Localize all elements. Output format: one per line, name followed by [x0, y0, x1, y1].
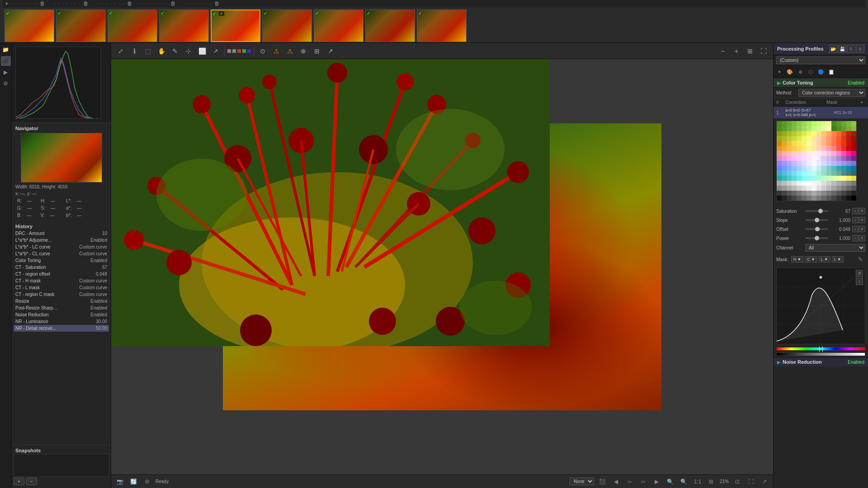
color-cell-6-9[interactable]	[821, 151, 826, 156]
color-cell-11-9[interactable]	[821, 176, 826, 181]
zoom-out-icon[interactable]: −	[717, 45, 729, 57]
color-cell-0-10[interactable]	[826, 121, 831, 126]
info-tool[interactable]: ℹ	[128, 45, 140, 57]
power-track[interactable]	[805, 237, 828, 239]
color-cell-2-14[interactable]	[846, 131, 851, 136]
color-cell-0-9[interactable]	[821, 121, 826, 126]
color-cell-5-4[interactable]	[797, 146, 802, 151]
color-cell-3-3[interactable]	[792, 136, 797, 141]
color-cell-9-2[interactable]	[787, 166, 792, 171]
color-cell-9-15[interactable]	[851, 166, 856, 171]
color-cell-15-15[interactable]	[851, 196, 856, 201]
color-cell-10-6[interactable]	[807, 171, 811, 176]
color-cell-15-10[interactable]	[826, 196, 831, 201]
color-cell-14-9[interactable]	[821, 191, 826, 196]
color-cell-3-15[interactable]	[851, 136, 856, 141]
color-cell-15-6[interactable]	[807, 196, 811, 201]
color-cell-0-3[interactable]	[792, 121, 797, 126]
panel-icon-lens[interactable]: 🔵	[816, 67, 826, 77]
color-cell-1-6[interactable]	[807, 126, 811, 131]
color-cell-12-11[interactable]	[831, 181, 836, 186]
color-cell-0-8[interactable]	[816, 121, 821, 126]
color-cell-7-12[interactable]	[836, 156, 841, 161]
color-cell-9-13[interactable]	[841, 166, 846, 171]
channel-select[interactable]: All R G B	[805, 244, 865, 252]
color-cell-5-11[interactable]	[831, 146, 836, 151]
color-cell-0-15[interactable]	[851, 121, 856, 126]
hand-tool[interactable]: ✋	[156, 45, 167, 57]
color-cell-6-5[interactable]	[802, 151, 807, 156]
color-cell-9-0[interactable]	[777, 166, 782, 171]
panel-icon-exposure[interactable]: ☀	[774, 67, 784, 77]
prefs-icon[interactable]: ⚙	[1, 79, 11, 89]
color-cell-7-2[interactable]	[787, 156, 792, 161]
slope-plus[interactable]: +	[859, 217, 865, 223]
color-cell-0-12[interactable]	[836, 121, 841, 126]
color-cell-14-0[interactable]	[777, 191, 782, 196]
zoom-in-btn[interactable]: 🔍	[679, 477, 689, 487]
color-cell-5-2[interactable]	[787, 146, 792, 151]
color-cell-4-15[interactable]	[851, 141, 856, 146]
color-cell-1-4[interactable]	[797, 126, 802, 131]
color-cell-6-14[interactable]	[846, 151, 851, 156]
spot-removal-tool[interactable]: ⊹	[183, 45, 194, 57]
color-cell-15-2[interactable]	[787, 196, 792, 201]
bottom-nav-2[interactable]: ◀	[611, 477, 621, 487]
color-cell-4-2[interactable]	[787, 141, 792, 146]
color-cell-10-5[interactable]	[802, 171, 807, 176]
bottom-tool-3[interactable]: ⚙	[142, 477, 152, 487]
color-cell-2-6[interactable]	[807, 131, 811, 136]
thumb-5[interactable]: ✓ ✓	[211, 9, 260, 42]
color-cell-2-5[interactable]	[802, 131, 807, 136]
add-snapshot-button[interactable]: +	[14, 478, 24, 485]
color-cell-5-10[interactable]	[826, 146, 831, 151]
color-cell-4-9[interactable]	[821, 141, 826, 146]
color-cell-14-13[interactable]	[841, 191, 846, 196]
color-cell-13-10[interactable]	[826, 186, 831, 191]
history-item-6[interactable]: CT - region offset 0.048	[14, 271, 109, 277]
color-cell-8-8[interactable]	[816, 161, 821, 166]
color-cell-4-7[interactable]	[811, 141, 816, 146]
color-cell-2-1[interactable]	[782, 131, 787, 136]
color-cell-7-0[interactable]	[777, 156, 782, 161]
color-cell-2-9[interactable]	[821, 131, 826, 136]
color-cell-4-0[interactable]	[777, 141, 782, 146]
channel-all[interactable]	[247, 49, 251, 53]
bottom-tool-2[interactable]: 🔄	[128, 477, 138, 487]
color-cell-8-7[interactable]	[811, 161, 816, 166]
color-cell-12-1[interactable]	[782, 181, 787, 186]
color-cell-7-10[interactable]	[826, 156, 831, 161]
color-cell-1-7[interactable]	[811, 126, 816, 131]
panel-icon-color[interactable]: 🎨	[785, 67, 795, 77]
bottom-nav-5[interactable]: ▶	[652, 477, 662, 487]
history-item-5[interactable]: CT - Saturation 67	[14, 264, 109, 271]
pp-save-icon[interactable]: 💾	[838, 45, 846, 53]
color-cell-15-1[interactable]	[782, 196, 787, 201]
color-cell-5-5[interactable]	[802, 146, 807, 151]
channel-g[interactable]	[237, 49, 241, 53]
history-item-3[interactable]: L*a*b* - CL curve Custom curve	[14, 250, 109, 257]
thumb-7[interactable]: ✓	[314, 9, 363, 42]
color-cell-6-11[interactable]	[831, 151, 836, 156]
color-cell-4-12[interactable]	[836, 141, 841, 146]
slope-track[interactable]	[805, 219, 828, 221]
color-cell-4-6[interactable]	[807, 141, 811, 146]
thumb-1[interactable]: ✓	[5, 9, 54, 42]
color-cell-15-3[interactable]	[792, 196, 797, 201]
color-cell-1-0[interactable]	[777, 126, 782, 131]
color-cell-15-5[interactable]	[802, 196, 807, 201]
bottom-nav-4[interactable]: ⇨	[638, 477, 648, 487]
color-cell-10-13[interactable]	[841, 171, 846, 176]
color-cell-14-12[interactable]	[836, 191, 841, 196]
pp-copy-icon[interactable]: ⎘	[847, 45, 855, 53]
color-cell-11-3[interactable]	[792, 176, 797, 181]
color-cell-9-3[interactable]	[792, 166, 797, 171]
power-thumb[interactable]	[815, 236, 819, 240]
power-plus[interactable]: +	[859, 235, 865, 241]
color-cell-10-15[interactable]	[851, 171, 856, 176]
none-dropdown[interactable]: None	[570, 478, 594, 485]
color-cell-13-6[interactable]	[807, 186, 811, 191]
color-cell-9-1[interactable]	[782, 166, 787, 171]
color-cell-2-11[interactable]	[831, 131, 836, 136]
color-cell-10-2[interactable]	[787, 171, 792, 176]
